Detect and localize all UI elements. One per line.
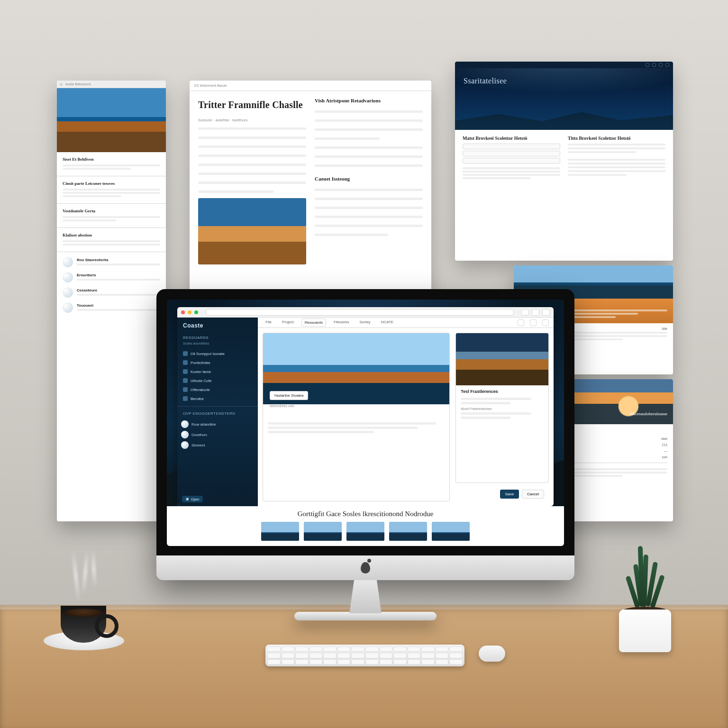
tab[interactable]: File bbox=[263, 318, 274, 327]
sidebar-item[interactable]: Oll Soreppol Isonale bbox=[180, 350, 255, 357]
window-titlebar[interactable] bbox=[177, 307, 554, 318]
address-bar[interactable] bbox=[206, 309, 514, 316]
background-panel-article: ES Wisfonnent Baruel Tritter Framnifle C… bbox=[190, 81, 431, 299]
monitor: Coaste Ressoards Sodes anordètres Oll So… bbox=[156, 289, 574, 620]
section-title: Siset Et Behfiven bbox=[63, 157, 160, 162]
article-title: Tritter Framnifle Chaslle bbox=[198, 100, 306, 110]
save-button[interactable]: Save bbox=[500, 490, 519, 499]
apple-logo-icon bbox=[361, 562, 370, 573]
avatar bbox=[181, 441, 189, 449]
sidebar-caption: Ressoards bbox=[177, 334, 258, 342]
sidebar: Coaste Ressoards Sodes anordètres Oll So… bbox=[177, 318, 258, 506]
brand-title: Ssaritatelisee bbox=[464, 77, 507, 85]
thumbnail[interactable] bbox=[389, 522, 427, 541]
sidebar-user[interactable]: Gnoethors bbox=[181, 431, 254, 438]
text-field[interactable] bbox=[463, 144, 560, 149]
grid-icon[interactable] bbox=[530, 319, 537, 326]
sidebar-item-label: Offenatocle bbox=[191, 388, 210, 392]
article-image bbox=[198, 198, 306, 264]
sidebar-subtitle: Sodes anordètres bbox=[177, 342, 258, 349]
keyboard bbox=[265, 645, 464, 666]
plant bbox=[614, 586, 676, 652]
sidebar-footer-button[interactable]: ▣Open bbox=[182, 496, 203, 502]
zoom-icon[interactable] bbox=[194, 310, 198, 314]
toolbar-button[interactable] bbox=[542, 309, 550, 316]
avatar bbox=[63, 272, 73, 282]
hero-image bbox=[57, 88, 166, 152]
thumbnail[interactable] bbox=[304, 522, 342, 541]
sidebar-item[interactable]: Pontictridke bbox=[180, 359, 255, 366]
sidebar-item[interactable]: Kuster tame bbox=[180, 368, 255, 375]
tab[interactable]: Project bbox=[279, 318, 297, 327]
background-panel-night: Ssaritatelisee Matst Brovkeei Scolettor … bbox=[455, 62, 673, 261]
tab[interactable]: Ressoards bbox=[301, 318, 326, 327]
folder-icon bbox=[183, 387, 188, 392]
sidebar-item-label: Pontictridke bbox=[191, 361, 210, 365]
cancel-button[interactable]: Cancel bbox=[522, 490, 544, 499]
screen-footer: Gorttigfit Gace Sosles lkrescitionond No… bbox=[167, 506, 564, 546]
app-window: Coaste Ressoards Sodes anordètres Oll So… bbox=[177, 307, 554, 506]
mouse bbox=[479, 646, 505, 662]
sidebar-item-label: Kuster tame bbox=[191, 370, 211, 374]
text-field[interactable] bbox=[463, 158, 560, 164]
sidebar-item-label: Berutbe bbox=[191, 397, 204, 401]
list-item[interactable]: Cessetéure bbox=[63, 287, 160, 298]
grid-icon bbox=[183, 351, 188, 356]
thumbnail[interactable] bbox=[346, 522, 384, 541]
avatar bbox=[63, 302, 73, 313]
sidebar-user[interactable]: Roue abtandlère bbox=[181, 420, 254, 428]
thumbnail[interactable] bbox=[261, 522, 299, 541]
toolbar-button[interactable] bbox=[521, 309, 529, 316]
secondary-card[interactable]: Tesl Frastlerences Abort Frastrenstones bbox=[455, 333, 549, 483]
avatar bbox=[181, 420, 189, 428]
gear-icon bbox=[183, 396, 188, 401]
minimize-icon[interactable] bbox=[188, 310, 191, 314]
thumbnail[interactable] bbox=[432, 522, 470, 541]
hero-subtitle: Ietrennbhes onls bbox=[270, 404, 294, 408]
search-icon[interactable] bbox=[518, 319, 524, 326]
image-icon bbox=[183, 360, 188, 365]
sidebar-item[interactable]: Berutbe bbox=[180, 395, 255, 402]
layers-icon bbox=[183, 369, 188, 374]
sidebar-user[interactable]: Storeend bbox=[181, 441, 254, 449]
card-image bbox=[456, 333, 548, 385]
toolbar-button[interactable] bbox=[532, 309, 539, 316]
avatar bbox=[63, 257, 73, 267]
more-icon[interactable] bbox=[542, 319, 549, 326]
tab[interactable]: Sortey bbox=[357, 318, 373, 327]
tab-bar: FileProjectRessoardsFlteserksSorteyHCATE bbox=[258, 318, 554, 328]
hero-label: Yastartbe Stoiabe bbox=[270, 391, 308, 400]
list-item[interactable]: Erouribers bbox=[63, 272, 160, 282]
avatar bbox=[181, 431, 189, 438]
card-title: Tesl Frastlerences bbox=[461, 389, 544, 394]
list-item[interactable]: Tououeel bbox=[63, 302, 160, 313]
text-field[interactable] bbox=[463, 151, 560, 156]
list-item[interactable]: Roo Stavrenforlis bbox=[63, 257, 160, 267]
sidebar-item[interactable]: Utfoste Cofe bbox=[180, 377, 255, 384]
tab[interactable]: HCATE bbox=[378, 318, 397, 327]
brand: Coaste bbox=[177, 318, 258, 334]
background-panel-left: ◎Issste Betonsond Siset Et Behfiven Cins… bbox=[57, 81, 166, 521]
sidebar-item-label: Utfoste Cofe bbox=[191, 379, 211, 383]
tag-icon bbox=[183, 378, 188, 383]
sidebar-item-label: Oll Soreppol Isonale bbox=[191, 352, 225, 356]
footer-title: Gorttigfit Gace Sosles lkrescitionond No… bbox=[298, 510, 434, 518]
coffee-cup bbox=[52, 586, 114, 647]
sidebar-item[interactable]: Offenatocle bbox=[180, 386, 255, 393]
tab[interactable]: Flteserks bbox=[331, 318, 352, 327]
hero-card[interactable]: Yastartbe Stoiabe Ietrennbhes onls bbox=[263, 333, 450, 501]
close-icon[interactable] bbox=[181, 310, 185, 314]
avatar bbox=[63, 287, 73, 298]
